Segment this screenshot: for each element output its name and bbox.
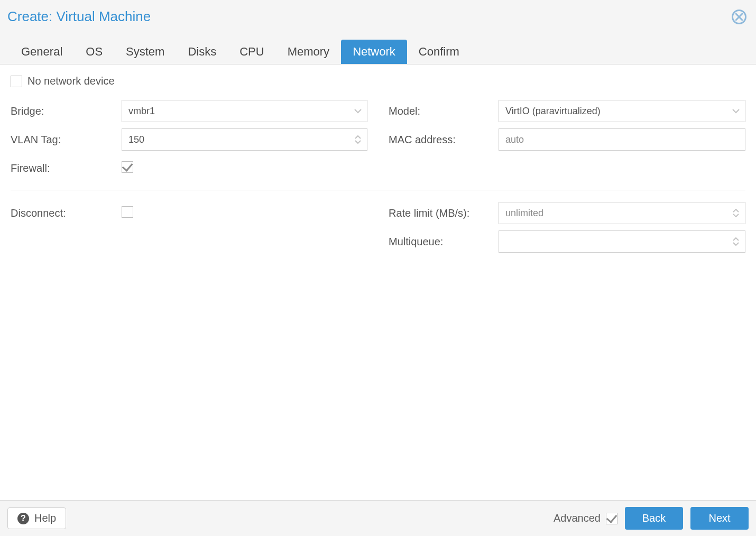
disconnect-label: Disconnect: xyxy=(11,207,122,219)
tab-confirm[interactable]: Confirm xyxy=(407,40,471,64)
help-button-label: Help xyxy=(34,512,56,524)
back-button[interactable]: Back xyxy=(625,507,683,530)
section-divider xyxy=(11,190,745,190)
multiqueue-input[interactable] xyxy=(499,230,745,253)
bridge-combobox[interactable] xyxy=(122,100,367,122)
tab-disks[interactable]: Disks xyxy=(176,40,228,64)
vlan-tag-label: VLAN Tag: xyxy=(11,134,122,146)
disconnect-checkbox[interactable] xyxy=(122,206,133,218)
bridge-label: Bridge: xyxy=(11,105,122,117)
mac-address-label: MAC address: xyxy=(389,134,499,146)
tab-network[interactable]: Network xyxy=(341,40,407,64)
dialog-title: Create: Virtual Machine xyxy=(7,8,151,25)
tab-os[interactable]: OS xyxy=(74,40,114,64)
dialog-header: Create: Virtual Machine General OS Syste… xyxy=(0,0,756,64)
advanced-checkbox[interactable] xyxy=(606,513,617,524)
tab-memory[interactable]: Memory xyxy=(276,40,341,64)
help-icon: ? xyxy=(17,513,29,524)
firewall-checkbox[interactable] xyxy=(122,161,133,173)
close-button[interactable] xyxy=(732,10,746,24)
tab-cpu[interactable]: CPU xyxy=(228,40,275,64)
mac-address-input[interactable] xyxy=(499,128,745,151)
firewall-label: Firewall: xyxy=(11,162,122,174)
no-network-device-label: No network device xyxy=(27,75,115,87)
wizard-tabs: General OS System Disks CPU Memory Netwo… xyxy=(0,40,756,64)
tab-general[interactable]: General xyxy=(10,40,74,64)
rate-limit-input[interactable] xyxy=(499,202,745,224)
dialog-body: No network device Bridge: VLAN Tag: xyxy=(0,64,756,500)
rate-limit-label: Rate limit (MB/s): xyxy=(389,207,499,219)
advanced-label: Advanced xyxy=(554,512,601,524)
dialog-footer: ? Help Advanced Back Next xyxy=(0,500,756,536)
help-button[interactable]: ? Help xyxy=(7,507,66,529)
model-label: Model: xyxy=(389,105,499,117)
vlan-tag-input[interactable] xyxy=(122,128,367,151)
model-combobox[interactable] xyxy=(499,100,745,122)
tab-system[interactable]: System xyxy=(114,40,176,64)
next-button[interactable]: Next xyxy=(690,507,749,530)
close-icon xyxy=(735,13,743,21)
multiqueue-label: Multiqueue: xyxy=(389,236,499,248)
no-network-device-checkbox[interactable] xyxy=(11,76,22,87)
